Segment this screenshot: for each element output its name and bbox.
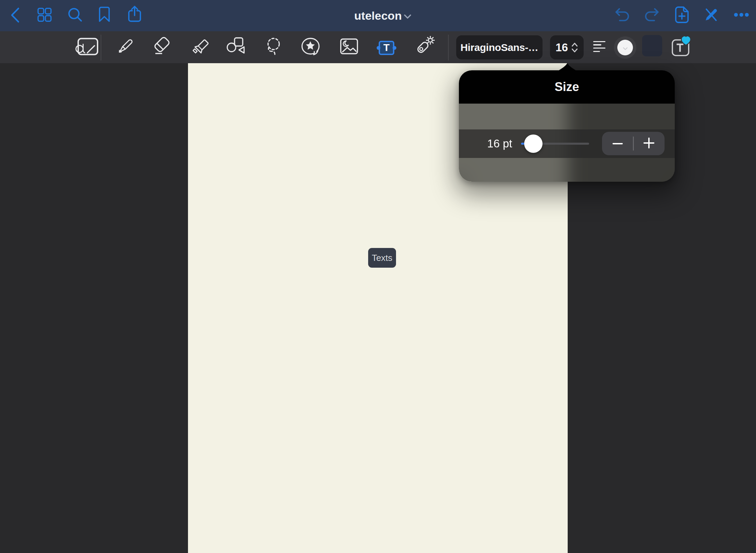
lasso-tool-button[interactable] xyxy=(264,37,283,57)
image-tool-button[interactable] xyxy=(340,38,358,56)
pen-tool-button[interactable] xyxy=(116,37,135,57)
search-button[interactable] xyxy=(68,7,83,23)
search-icon xyxy=(68,7,83,23)
read-mode-icon xyxy=(73,36,99,59)
redo-icon xyxy=(644,8,659,23)
stop-drawing-button[interactable] xyxy=(704,7,719,23)
shapes-tool-button[interactable] xyxy=(226,37,246,57)
size-popover: Size 16 pt xyxy=(459,70,675,182)
share-button[interactable] xyxy=(127,5,142,23)
size-increase-button[interactable] xyxy=(633,132,665,155)
highlighter-tool-button[interactable] xyxy=(190,36,210,58)
stop-drawing-icon xyxy=(704,7,719,23)
text-tool-icon: T xyxy=(383,42,390,53)
slider-thumb[interactable] xyxy=(524,135,543,153)
goodnotes-app: utelecon xyxy=(0,0,756,553)
size-slider[interactable] xyxy=(521,143,589,145)
stickers-tool-button[interactable] xyxy=(301,37,322,57)
lasso-icon xyxy=(264,37,283,57)
laser-pointer-tool-button[interactable] xyxy=(415,36,435,57)
text-tool-button[interactable]: T xyxy=(379,41,394,55)
up-down-chevron-icon xyxy=(571,41,578,54)
font-size-value: 16 xyxy=(555,41,568,54)
font-family-label: HiraginoSans-… xyxy=(460,42,538,53)
stickers-icon xyxy=(301,37,322,57)
text-tool-left-handle xyxy=(377,46,380,50)
more-icon xyxy=(734,13,749,18)
eraser-tool-button[interactable] xyxy=(151,37,171,57)
plus-icon xyxy=(643,138,654,149)
size-value-label: 16 pt xyxy=(487,137,512,150)
text-heart-icon xyxy=(668,35,693,58)
back-icon xyxy=(11,7,20,24)
bookmark-button[interactable] xyxy=(98,7,110,23)
page-thumbnails-button[interactable] xyxy=(37,8,52,23)
laser-pointer-icon xyxy=(415,36,435,57)
page-title: utelecon xyxy=(354,9,402,22)
popover-title: Size xyxy=(554,80,579,94)
text-color-button[interactable] xyxy=(614,36,636,59)
shapes-icon xyxy=(226,37,246,57)
top-navigation-bar: utelecon xyxy=(0,0,756,31)
more-button[interactable] xyxy=(734,13,749,18)
back-button[interactable] xyxy=(11,7,20,24)
text-object[interactable]: Texts xyxy=(368,248,396,268)
align-left-icon xyxy=(593,41,605,52)
text-tool-right-handle xyxy=(393,46,396,50)
undo-button[interactable] xyxy=(615,8,630,23)
share-icon xyxy=(127,5,142,23)
toolbar-divider xyxy=(101,35,101,60)
toolbar-divider xyxy=(448,35,449,60)
popover-header: Size xyxy=(459,70,675,104)
text-object-label: Texts xyxy=(372,253,393,263)
font-size-button[interactable]: 16 xyxy=(550,35,584,59)
document-title-menu[interactable]: utelecon xyxy=(354,9,402,22)
undo-icon xyxy=(615,8,630,23)
text-align-button[interactable] xyxy=(593,41,605,52)
size-stepper xyxy=(602,132,665,155)
chevron-down-icon xyxy=(623,46,628,51)
read-mode-button[interactable] xyxy=(73,36,99,59)
image-icon xyxy=(340,38,358,56)
eraser-icon xyxy=(151,37,171,57)
chevron-down-icon xyxy=(404,14,411,19)
bookmark-icon xyxy=(98,7,110,23)
popover-arrow xyxy=(555,63,579,71)
insert-highlight-rect xyxy=(642,35,662,56)
text-style-favorites-button[interactable] xyxy=(668,35,693,58)
size-slider-row: 16 pt xyxy=(459,129,675,158)
note-canvas[interactable]: Texts Size 16 pt xyxy=(0,63,756,553)
redo-button[interactable] xyxy=(644,8,659,23)
pen-icon xyxy=(116,37,135,57)
popover-section-top xyxy=(459,104,675,129)
minus-icon xyxy=(613,141,623,146)
highlighter-icon xyxy=(190,36,210,58)
add-page-icon xyxy=(675,6,689,24)
page-grid-icon xyxy=(37,8,52,23)
tool-bar: T xyxy=(0,31,756,63)
popover-section-bottom xyxy=(459,158,675,182)
font-family-button[interactable]: HiraginoSans-… xyxy=(456,35,543,59)
add-page-button[interactable] xyxy=(675,6,689,24)
size-decrease-button[interactable] xyxy=(602,132,633,155)
white-color-swatch xyxy=(617,40,633,55)
